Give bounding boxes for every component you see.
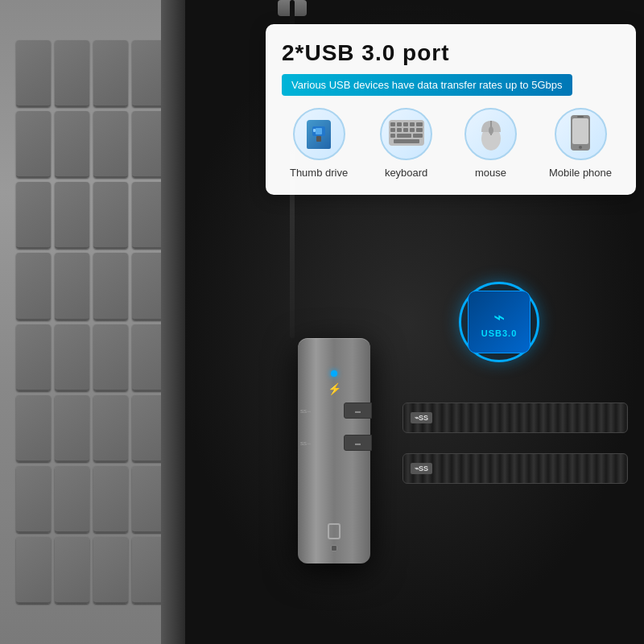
- svg-rect-2: [313, 129, 316, 132]
- svg-rect-25: [577, 116, 584, 118]
- key: [16, 324, 51, 391]
- key: [93, 466, 128, 533]
- usb-body: [307, 120, 331, 149]
- key: [55, 395, 89, 462]
- keyboard-icon: [387, 118, 426, 151]
- phone-icon-circle: [555, 108, 607, 160]
- key: [55, 182, 89, 249]
- mobile-phone-label: Mobile phone: [549, 167, 612, 179]
- hub-usb-port-2: ▬: [344, 435, 372, 451]
- hub-led-indicator: [331, 370, 337, 377]
- svg-rect-1: [316, 128, 322, 134]
- laptop-keyboard-area: [0, 0, 177, 644]
- svg-rect-7: [403, 122, 408, 126]
- mouse-svg: [479, 114, 503, 151]
- panel-title: 2*USB 3.0 port: [282, 40, 620, 66]
- svg-rect-15: [390, 134, 395, 138]
- scene: ⚡ SS↔ SS↔ ▬ ▬ ⌁SS ⌁SS ⌁: [0, 0, 644, 644]
- hub-usb-port-1: ▬: [344, 402, 372, 419]
- device-item-keyboard: keyboard: [380, 108, 432, 179]
- usb30-badge-label: USB3.0: [481, 328, 518, 338]
- svg-rect-11: [397, 128, 402, 132]
- svg-rect-17: [413, 134, 423, 138]
- hub-port-label-2: SS↔: [300, 441, 312, 446]
- device-item-mouse: mouse: [464, 108, 517, 179]
- usb30-badge-inner: ⌁ USB3.0: [468, 291, 530, 353]
- device-item-thumb-drive: Thumb drive: [290, 108, 348, 179]
- key: [93, 324, 128, 391]
- key: [55, 253, 89, 320]
- thumb-drive-icon-circle: [293, 108, 345, 160]
- usb-cable-1: ⌁SS: [402, 402, 628, 433]
- svg-rect-3: [316, 136, 321, 142]
- device-item-mobile-phone: Mobile phone: [549, 108, 612, 179]
- svg-rect-6: [397, 122, 402, 126]
- mouse-label: mouse: [475, 167, 506, 179]
- usb-hub-device: ⚡ SS↔ SS↔ ▬ ▬: [298, 338, 370, 564]
- hub-port-label-1: SS↔: [300, 409, 312, 414]
- key: [16, 111, 51, 178]
- svg-rect-13: [410, 128, 415, 132]
- key: [93, 395, 128, 462]
- usb30-badge-outer-ring: ⌁ USB3.0: [459, 282, 539, 362]
- key: [16, 182, 51, 249]
- svg-rect-16: [397, 134, 411, 138]
- keyboard-label: keyboard: [385, 167, 427, 179]
- mouse-icon: [479, 114, 503, 155]
- usb-symbol-icon: ⌁: [493, 306, 505, 328]
- key: [16, 253, 51, 320]
- hub-lightning-symbol: ⚡: [328, 382, 341, 395]
- svg-rect-8: [410, 122, 415, 126]
- key: [55, 537, 89, 604]
- key: [55, 466, 89, 533]
- svg-rect-12: [403, 128, 408, 132]
- keyboard-svg: [387, 118, 426, 147]
- usb30-badge: ⌁ USB3.0: [459, 282, 539, 362]
- usb-drive-svg: [310, 126, 328, 143]
- usb-ss-label-1: ⌁SS: [411, 412, 432, 423]
- key: [16, 537, 51, 604]
- svg-rect-23: [572, 118, 588, 144]
- svg-rect-10: [390, 128, 395, 132]
- key: [93, 111, 128, 178]
- key: [55, 324, 89, 391]
- thumb-drive-label: Thumb drive: [290, 167, 348, 179]
- key: [93, 537, 128, 604]
- key: [16, 40, 51, 107]
- svg-rect-14: [416, 128, 423, 132]
- thumb-drive-icon: [307, 120, 331, 149]
- device-icons-row: Thumb drive: [282, 108, 620, 179]
- phone-icon: [570, 114, 591, 155]
- hub-bottom-indicator: [331, 545, 337, 551]
- svg-rect-18: [394, 139, 419, 143]
- usb-ss-label-2: ⌁SS: [411, 463, 432, 474]
- usb-cable-2: ⌁SS: [402, 453, 628, 484]
- svg-rect-9: [416, 122, 423, 126]
- mouse-icon-circle: [464, 108, 517, 160]
- svg-point-21: [489, 126, 493, 134]
- keyboard-grid: [16, 40, 167, 604]
- laptop-edge-shadow: [161, 0, 185, 644]
- key: [93, 40, 128, 107]
- key: [16, 466, 51, 533]
- key: [16, 395, 51, 462]
- info-panel: 2*USB 3.0 port Various USB devices have …: [266, 24, 636, 195]
- key: [93, 253, 128, 320]
- keyboard-icon-circle: [380, 108, 432, 160]
- key: [55, 111, 89, 178]
- svg-point-24: [579, 146, 582, 149]
- hub-usbc-bottom-port: [328, 523, 341, 539]
- key: [93, 182, 128, 249]
- key: [55, 40, 89, 107]
- phone-svg: [570, 114, 591, 151]
- usb-cables-area: ⌁SS ⌁SS: [402, 402, 628, 484]
- panel-subtitle: Various USB devices have data transfer r…: [282, 74, 572, 96]
- svg-rect-5: [390, 122, 395, 126]
